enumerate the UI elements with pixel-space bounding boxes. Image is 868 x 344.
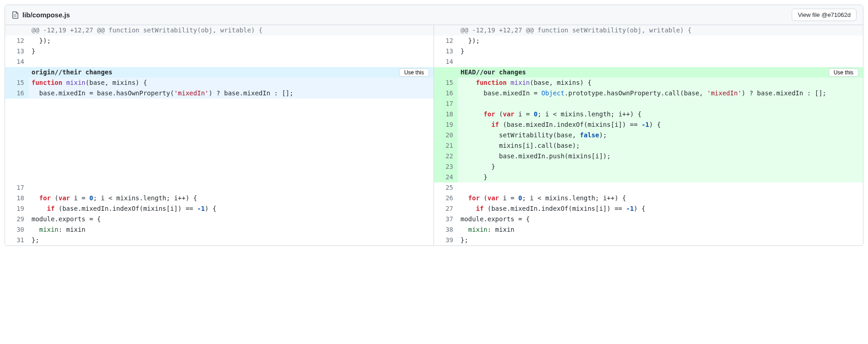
code-row [5,99,434,109]
code-content: }; [29,235,434,245]
line-number: 29 [5,214,29,224]
code-row: 27 if (base.mixedIn.indexOf(mixins[i]) =… [434,203,863,214]
code-content [29,182,434,193]
code-row: 30 mixin: mixin [5,224,434,235]
code-content: base.mixedIn.push(mixins[i]); [458,151,863,162]
code-content: mixin: mixin [458,224,863,235]
code-content: setWritability(base, false); [458,130,863,141]
code-row: 19 if (base.mixedIn.indexOf(mixins[i]) =… [5,203,434,214]
view-file-button[interactable]: View file @e71062d [792,9,857,21]
code-content: } [458,46,863,57]
line-number: 17 [434,99,458,109]
code-row: 18 for (var i = 0; i < mixins.length; i+… [5,193,434,203]
line-number: 26 [434,193,458,203]
code-content: if (base.mixedIn.indexOf(mixins[i]) == -… [458,120,863,130]
code-content: for (var i = 0; i < mixins.length; i++) … [458,193,863,203]
diff-side-left: @@ -12,19 +12,27 @@ function setWritabil… [5,25,434,245]
code-row: 13} [434,46,863,57]
code-content [458,99,863,109]
use-this-button[interactable]: Use this [829,68,858,77]
file-icon [11,11,19,19]
code-row: 14 [434,57,863,67]
code-row [5,162,434,172]
diff-container: lib/compose.js View file @e71062d @@ -12… [5,5,863,246]
line-number: 18 [5,193,29,203]
conflict-marker-label: origin//their changes [32,67,112,78]
diff-body: @@ -12,19 +12,27 @@ function setWritabil… [5,25,863,245]
code-row [5,130,434,141]
line-number: 16 [434,88,458,99]
code-row: 15 function mixin(base, mixins) { [434,78,863,88]
code-row: 12 }); [434,36,863,46]
code-content: function mixin(base, mixins) { [29,78,434,88]
use-this-button[interactable]: Use this [399,68,429,77]
code-row: 20 setWritability(base, false); [434,130,863,141]
line-number: 13 [434,46,458,57]
code-row: 25 [434,182,863,193]
code-content [29,151,434,162]
line-number: 27 [434,203,458,214]
code-content: for (var i = 0; i < mixins.length; i++) … [458,109,863,120]
line-number: 38 [434,224,458,235]
code-row [5,109,434,120]
code-row: 17 [434,99,863,109]
code-row: 22 base.mixedIn.push(mixins[i]); [434,151,863,162]
line-number: 22 [434,151,458,162]
code-row: 26 for (var i = 0; i < mixins.length; i+… [434,193,863,203]
code-content: mixins[i].call(base); [458,141,863,151]
code-row: 39}; [434,235,863,245]
code-content: if (base.mixedIn.indexOf(mixins[i]) == -… [29,203,434,214]
line-number [5,120,29,130]
code-content: for (var i = 0; i < mixins.length; i++) … [29,193,434,203]
line-number [5,109,29,120]
code-content: } [458,172,863,182]
code-row: 31}; [5,235,434,245]
code-content: }; [458,235,863,245]
line-number [5,151,29,162]
code-content: }); [29,36,434,46]
code-row: 19 if (base.mixedIn.indexOf(mixins[i]) =… [434,120,863,130]
code-row: 21 mixins[i].call(base); [434,141,863,151]
line-number: 18 [434,109,458,120]
line-number: 16 [5,88,29,99]
line-number: 13 [5,46,29,57]
code-content: mixin: mixin [29,224,434,235]
conflict-marker: origin//their changesUse this [5,67,434,78]
code-content [29,99,434,109]
line-number: 12 [5,36,29,46]
hunk-header: @@ -12,19 +12,27 @@ function setWritabil… [434,25,863,36]
line-number: 37 [434,214,458,224]
line-number: 30 [5,224,29,235]
code-content: } [458,162,863,172]
hunk-text: @@ -12,19 +12,27 @@ function setWritabil… [458,25,863,36]
line-number: 17 [5,182,29,193]
code-content: if (base.mixedIn.indexOf(mixins[i]) == -… [458,203,863,214]
code-content: } [29,46,434,57]
code-row [5,120,434,130]
code-content [29,172,434,182]
code-row: 18 for (var i = 0; i < mixins.length; i+… [434,109,863,120]
code-content [29,57,434,67]
code-content [29,162,434,172]
code-row: 16 base.mixedIn = base.hasOwnProperty('m… [5,88,434,99]
hunk-header: @@ -12,19 +12,27 @@ function setWritabil… [5,25,434,36]
line-number: 20 [434,130,458,141]
line-number: 19 [434,120,458,130]
line-number: 14 [434,57,458,67]
line-number: 21 [434,141,458,151]
line-number: 14 [5,57,29,67]
line-number: 25 [434,182,458,193]
code-content [29,109,434,120]
code-content: module.exports = { [29,214,434,224]
code-row: 24 } [434,172,863,182]
line-number: 19 [5,203,29,214]
code-content: base.mixedIn = base.hasOwnProperty('mixe… [29,88,434,99]
code-row: 15function mixin(base, mixins) { [5,78,434,88]
code-row: 12 }); [5,36,434,46]
file-path: lib/compose.js [22,11,70,19]
line-number: 24 [434,172,458,182]
code-content: }); [458,36,863,46]
file-header: lib/compose.js View file @e71062d [5,5,863,25]
line-number [5,130,29,141]
line-number: 31 [5,235,29,245]
